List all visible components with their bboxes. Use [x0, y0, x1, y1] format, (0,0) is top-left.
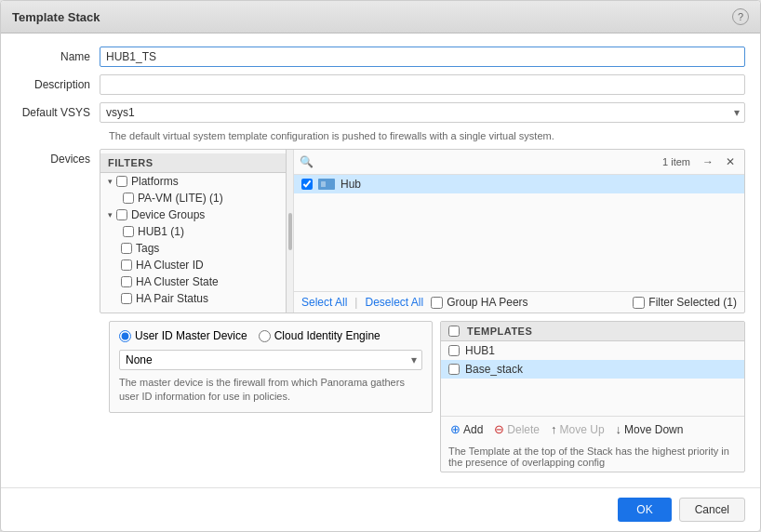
template-hub1[interactable]: HUB1 [441, 341, 744, 360]
user-id-description: The master device is the firewall from w… [119, 376, 422, 405]
none-select[interactable]: None [119, 350, 422, 370]
filter-tags: Tags [100, 240, 286, 257]
filter-device-groups: ▾ Device Groups [100, 206, 286, 223]
footer-divider: | [354, 296, 357, 309]
filter-selected-checkbox[interactable] [633, 297, 645, 309]
filter-ha-cluster-state: HA Cluster State [100, 273, 286, 290]
name-input[interactable] [100, 47, 745, 67]
filter-pavm: PA-VM (LITE) (1) [100, 190, 286, 206]
add-template-btn[interactable]: ⊕ Add [447, 420, 487, 438]
result-hub[interactable]: Hub [294, 175, 744, 193]
cloud-identity-radio[interactable] [259, 330, 271, 342]
description-input[interactable] [100, 74, 745, 95]
name-row: Name [16, 47, 745, 67]
move-up-btn[interactable]: ↑ Move Up [547, 420, 608, 438]
ha-pair-status-label: HA Pair Status [136, 292, 208, 305]
templates-actions: ⊕ Add ⊖ Delete ↑ Move Up ↓ Move Down [441, 416, 744, 442]
base-stack-checkbox[interactable] [448, 364, 460, 375]
dialog-title: Template Stack [12, 10, 100, 24]
template-stack-dialog: Template Stack ? Name Description Defaul… [0, 0, 761, 532]
clear-search-icon[interactable]: ✕ [722, 153, 739, 170]
radio-row: User ID Master Device Cloud Identity Eng… [119, 329, 422, 342]
dialog-footer: OK Cancel [1, 487, 760, 531]
move-down-icon: ↓ [616, 422, 622, 436]
base-stack-label: Base_stack [465, 363, 523, 376]
device-groups-label: Device Groups [131, 208, 205, 221]
platforms-label: Platforms [131, 175, 179, 188]
move-up-icon: ↑ [551, 422, 557, 436]
devices-label: Devices [16, 149, 100, 166]
cloud-identity-label: Cloud Identity Engine [274, 329, 380, 342]
results-footer: Select All | Deselect All Group HA Peers… [294, 291, 744, 313]
hub-result-checkbox[interactable] [301, 179, 313, 190]
platforms-expand[interactable]: ▾ [108, 177, 113, 186]
platforms-checkbox[interactable] [116, 176, 127, 187]
filters-pane: FILTERS ▾ Platforms PA-VM (LITE) (1) [100, 150, 287, 313]
filter-selected-wrap: Filter Selected (1) [633, 296, 737, 309]
ha-cluster-id-checkbox[interactable] [121, 259, 132, 271]
hub1-template-checkbox[interactable] [448, 345, 460, 356]
delete-label: Delete [507, 423, 540, 436]
group-ha-peers-label[interactable]: Group HA Peers [431, 296, 527, 309]
ok-button[interactable]: OK [618, 498, 671, 522]
templates-panel: TEMPLATES HUB1 Base_stack ⊕ Add [440, 321, 745, 472]
filter-hub1: HUB1 (1) [100, 223, 286, 240]
move-right-icon[interactable]: → [700, 153, 716, 170]
hub-device-icon [318, 179, 335, 190]
search-icon: 🔍 [300, 155, 314, 168]
cloud-identity-option[interactable]: Cloud Identity Engine [259, 329, 380, 342]
user-id-master-option[interactable]: User ID Master Device [119, 329, 247, 342]
filter-ha-pair-status: HA Pair Status [100, 290, 286, 307]
filter-selected-label: Filter Selected (1) [648, 296, 737, 309]
templates-header-checkbox[interactable] [448, 326, 460, 337]
templates-note: The Template at the top of the Stack has… [441, 442, 744, 472]
bottom-section: User ID Master Device Cloud Identity Eng… [109, 321, 745, 472]
ha-cluster-state-checkbox[interactable] [121, 276, 132, 287]
hub1-label: HUB1 (1) [138, 225, 184, 238]
hub-result-label: Hub [340, 178, 361, 191]
tags-label: Tags [136, 242, 159, 255]
ha-pair-status-checkbox[interactable] [121, 293, 132, 304]
none-select-wrap: None ▾ [119, 350, 422, 370]
devices-panel: FILTERS ▾ Platforms PA-VM (LITE) (1) [100, 149, 745, 313]
help-icon[interactable]: ? [732, 8, 749, 25]
add-label: Add [463, 423, 483, 436]
add-icon: ⊕ [450, 422, 461, 436]
svg-rect-1 [321, 181, 326, 187]
filter-platforms: ▾ Platforms [100, 173, 286, 190]
templates-header-label: TEMPLATES [467, 326, 532, 337]
filters-scrollbar[interactable] [287, 150, 294, 313]
name-label: Name [16, 50, 100, 63]
pavm-checkbox[interactable] [123, 193, 134, 204]
select-all-btn[interactable]: Select All [301, 296, 347, 309]
group-ha-peers-checkbox[interactable] [431, 297, 443, 309]
user-id-master-radio[interactable] [119, 330, 131, 342]
move-up-label: Move Up [560, 423, 605, 436]
filters-header: FILTERS [100, 153, 286, 173]
move-down-btn[interactable]: ↓ Move Down [612, 420, 688, 438]
group-ha-peers-text: Group HA Peers [447, 296, 527, 309]
deselect-all-btn[interactable]: Deselect All [365, 296, 423, 309]
devices-section: Devices FILTERS ▾ Platforms [16, 149, 745, 313]
move-down-label: Move Down [624, 423, 683, 436]
item-count: 1 item [662, 156, 690, 167]
dialog-body: Name Description Default VSYS vsys1 ▾ Th… [1, 33, 760, 487]
cancel-button[interactable]: Cancel [679, 498, 745, 522]
hub1-checkbox[interactable] [123, 226, 134, 237]
delete-icon: ⊖ [494, 422, 504, 436]
delete-template-btn[interactable]: ⊖ Delete [490, 420, 543, 438]
vsys-select[interactable]: vsys1 [100, 102, 745, 123]
vsys-label: Default VSYS [16, 106, 100, 119]
template-base-stack[interactable]: Base_stack [441, 360, 744, 379]
user-id-panel: User ID Master Device Cloud Identity Eng… [109, 321, 433, 413]
search-input[interactable] [319, 155, 657, 168]
tags-checkbox[interactable] [121, 243, 132, 254]
device-groups-checkbox[interactable] [116, 209, 127, 220]
dialog-header: Template Stack ? [1, 1, 760, 33]
hub1-template-label: HUB1 [465, 344, 495, 357]
description-label: Description [16, 78, 100, 91]
device-groups-expand[interactable]: ▾ [108, 210, 113, 219]
results-list: Hub [294, 175, 744, 291]
scroll-handle [288, 213, 292, 250]
vsys-select-wrap: vsys1 ▾ [100, 102, 745, 123]
